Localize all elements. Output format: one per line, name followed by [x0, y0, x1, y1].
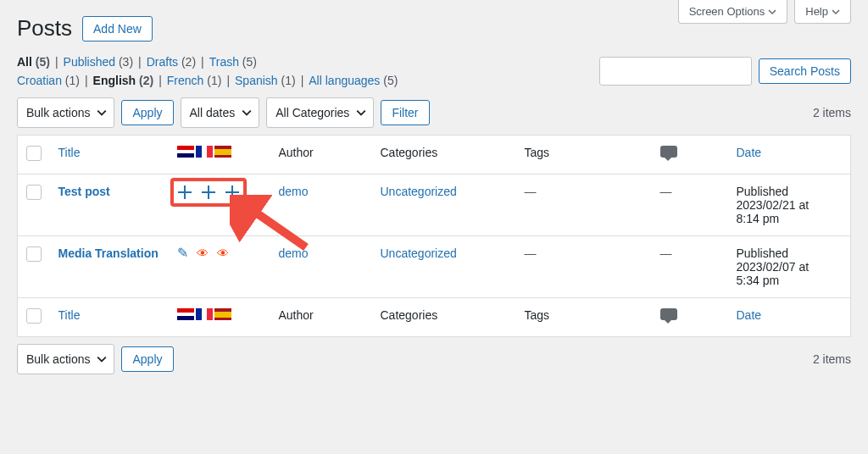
column-languages	[169, 136, 270, 174]
tablenav-bottom: Bulk actions Apply 2 items	[17, 337, 851, 381]
comment-icon	[660, 308, 677, 320]
chevron-down-icon	[768, 8, 776, 16]
apply-button-bottom[interactable]: Apply	[121, 346, 173, 372]
category-link[interactable]: Uncategorized	[381, 246, 457, 260]
bulk-actions-select[interactable]: Bulk actions	[17, 97, 114, 128]
tablenav-top: Bulk actions Apply All dates All Categor…	[17, 91, 851, 135]
filter-count: (1)	[281, 74, 296, 87]
author-link[interactable]: demo	[279, 246, 309, 260]
category-link[interactable]: Uncategorized	[381, 185, 457, 198]
comments-cell: —	[660, 246, 672, 260]
page-title: Posts	[17, 15, 72, 42]
date-cell: Published2023/02/07 at5:34 pm	[728, 236, 851, 298]
chevron-down-icon	[242, 108, 252, 118]
bulk-actions-label: Bulk actions	[26, 106, 90, 119]
add-new-button[interactable]: Add New	[82, 16, 153, 42]
filter-button[interactable]: Filter	[381, 100, 429, 125]
row-checkbox[interactable]	[26, 185, 42, 200]
flag-fr-icon	[196, 308, 213, 320]
date-filter-label: All dates	[190, 106, 236, 119]
column-tags: Tags	[516, 136, 652, 174]
add-translation-icon[interactable]	[225, 185, 240, 200]
filter-count: (2)	[139, 74, 153, 87]
flag-es-icon	[214, 308, 231, 320]
chevron-down-icon	[97, 354, 107, 364]
select-all-checkbox-foot[interactable]	[26, 308, 42, 324]
tags-cell: —	[525, 185, 537, 198]
category-filter-label: All Categories	[275, 106, 349, 119]
filter-count: (5)	[383, 74, 398, 87]
column-categories: Categories	[372, 136, 516, 174]
column-tags-foot: Tags	[516, 298, 652, 337]
view-translation-icon[interactable]: 👁	[197, 247, 209, 259]
items-count-top: 2 items	[813, 106, 851, 119]
filter-trash[interactable]: Trash (5)	[209, 55, 257, 69]
help-button[interactable]: Help	[794, 0, 851, 24]
filter-published[interactable]: Published (3)	[64, 55, 134, 69]
comments-cell: —	[660, 185, 672, 198]
post-title-link[interactable]: Media Translation	[58, 246, 159, 260]
table-row: Test postdemoUncategorized——Published202…	[18, 174, 851, 236]
filter-count: (5)	[36, 55, 50, 69]
filter-drafts[interactable]: Drafts (2)	[147, 55, 196, 69]
view-translation-icon[interactable]: 👁	[217, 247, 229, 259]
filter-count: (2)	[181, 55, 196, 69]
column-date[interactable]: Date	[737, 146, 762, 159]
chevron-down-icon	[356, 108, 366, 118]
add-translation-icon[interactable]	[201, 185, 216, 200]
filter-count: (3)	[119, 55, 133, 69]
row-checkbox[interactable]	[26, 246, 42, 262]
column-author-foot: Author	[270, 298, 372, 337]
filter-count: (1)	[207, 74, 221, 87]
filter-french[interactable]: French (1)	[167, 74, 222, 87]
chevron-down-icon	[97, 108, 107, 118]
column-title-foot[interactable]: Title	[58, 308, 81, 322]
screen-options-label: Screen Options	[689, 5, 765, 18]
filter-all[interactable]: All (5)	[17, 55, 50, 69]
column-date-foot[interactable]: Date	[737, 308, 762, 322]
tags-cell: —	[525, 246, 537, 260]
bulk-actions-select-bottom[interactable]: Bulk actions	[17, 344, 114, 374]
filter-all-languages[interactable]: All languages (5)	[309, 74, 398, 87]
category-filter-select[interactable]: All Categories	[266, 97, 374, 128]
bulk-actions-label-bottom: Bulk actions	[26, 352, 90, 366]
column-title[interactable]: Title	[58, 146, 81, 159]
flag-fr-icon	[196, 146, 213, 158]
table-row: Media Translation✎👁👁demoUncategorized——P…	[18, 236, 851, 298]
filter-spanish[interactable]: Spanish (1)	[235, 74, 296, 87]
search-input[interactable]	[599, 57, 752, 86]
flag-hr-icon	[177, 308, 194, 320]
filter-croatian[interactable]: Croatian (1)	[17, 74, 80, 87]
filter-count: (5)	[242, 55, 257, 69]
search-posts-button[interactable]: Search Posts	[759, 58, 851, 84]
chevron-down-icon	[832, 8, 840, 16]
column-categories-foot: Categories	[372, 298, 516, 337]
column-languages-foot	[169, 298, 270, 337]
column-comments	[652, 136, 728, 174]
apply-button-top[interactable]: Apply	[121, 100, 173, 125]
comment-icon	[660, 146, 677, 158]
flag-es-icon	[214, 146, 231, 158]
edit-translation-icon[interactable]: ✎	[177, 246, 188, 260]
help-label: Help	[805, 5, 828, 18]
select-all-checkbox[interactable]	[26, 146, 42, 161]
flag-hr-icon	[177, 146, 194, 158]
author-link[interactable]: demo	[279, 185, 309, 198]
column-author: Author	[270, 136, 372, 174]
filter-english[interactable]: English (2)	[93, 74, 154, 87]
column-comments-foot	[652, 298, 728, 337]
screen-options-button[interactable]: Screen Options	[678, 0, 788, 24]
items-count-bottom: 2 items	[813, 352, 851, 366]
filter-count: (1)	[65, 74, 80, 87]
posts-table: Title Author Categories Tags Date Test p…	[17, 135, 851, 337]
date-cell: Published2023/02/21 at8:14 pm	[728, 174, 851, 236]
date-filter-select[interactable]: All dates	[181, 97, 260, 128]
post-title-link[interactable]: Test post	[58, 185, 110, 198]
add-translation-icon[interactable]	[177, 185, 192, 200]
